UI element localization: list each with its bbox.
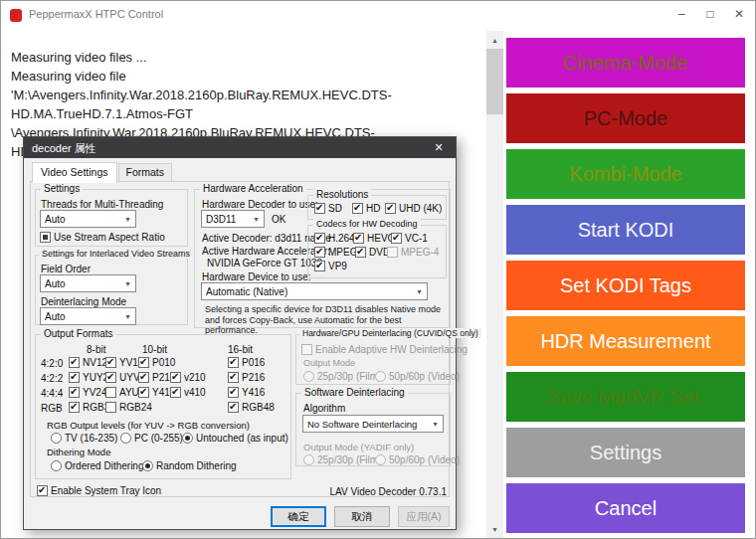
cinema-mode-button[interactable]: Cinema-Mode [506, 38, 745, 88]
deinterlacing-mode-select-value: Auto [41, 311, 120, 322]
scroll-down-icon[interactable]: ▼ [486, 521, 503, 537]
chevron-down-icon: ▾ [249, 215, 264, 224]
kombi-mode-button[interactable]: Kombi-Mode [506, 149, 745, 199]
close-button[interactable]: ✕ [726, 4, 752, 24]
row-label-420: 4:2:0 [41, 358, 63, 369]
checkbox-p216[interactable]: P216 [228, 372, 265, 383]
radio-circle [51, 460, 62, 471]
minimize-button[interactable]: – [668, 4, 694, 24]
radio-label: Random Dithering [156, 460, 237, 471]
tab-video-settings[interactable]: Video Settings [32, 162, 117, 183]
radio-tv-16-235[interactable]: TV (16-235) [51, 433, 117, 444]
radio-untouched[interactable]: Untouched (as input) [182, 433, 288, 444]
field-order-select[interactable]: Auto ▾ [40, 274, 136, 292]
settings-group-title: Settings [41, 183, 83, 194]
radio-ordered-dithering[interactable]: Ordered Dithering [51, 460, 143, 471]
tab-page-video-settings: Settings Threads for Multi-Threading Aut… [30, 181, 450, 497]
scrollbar-thumb[interactable] [486, 49, 503, 114]
system-tray-checkbox[interactable]: Enable System Tray Icon [37, 485, 161, 496]
checkbox-label: HD [366, 203, 380, 214]
checkbox-h264[interactable]: H.264 [314, 233, 355, 244]
chevron-down-icon: ▾ [120, 279, 135, 288]
tab-strip: Video Settings Formats [32, 162, 173, 183]
threads-select[interactable]: Auto ▾ [40, 210, 136, 228]
checkbox-label: MPEG-4 [401, 247, 439, 258]
checkbox-box [69, 357, 80, 368]
checkbox-box [170, 372, 181, 383]
save-madvr-button[interactable]: Save MadVR Set. [506, 372, 745, 422]
checkbox-hevc[interactable]: HEVC [353, 233, 395, 244]
checkbox-box [170, 387, 181, 398]
checkbox-yv24[interactable]: YV24 [69, 387, 106, 398]
apply-button: 应用(A) [398, 506, 450, 527]
checkbox-vp9[interactable]: VP9 [314, 261, 347, 271]
checkbox-label: YV24 [83, 387, 106, 398]
checkbox-dvd[interactable]: DVD [355, 247, 390, 258]
checkbox-box [391, 233, 402, 244]
decoder-properties-dialog: decoder 属性 ✕ Video Settings Formats Sett… [23, 136, 457, 530]
checkbox-rgb24[interactable]: RGB24 [105, 402, 152, 413]
checkbox-box [385, 203, 396, 214]
checkbox-label: VC-1 [405, 233, 428, 244]
checkbox-hd[interactable]: HD [352, 203, 380, 214]
chevron-down-icon: ▾ [120, 215, 135, 224]
vertical-scrollbar[interactable]: ▲ ▼ [486, 31, 503, 538]
checkbox-y416[interactable]: Y416 [228, 387, 265, 398]
checkbox-v210[interactable]: v210 [170, 372, 206, 383]
checkbox-uhd-4k[interactable]: UHD (4K) [385, 203, 442, 214]
radio-circle [375, 454, 386, 465]
scroll-up-icon[interactable]: ▲ [486, 32, 503, 48]
radio-label: Untouched (as input) [196, 433, 288, 444]
checkbox-nv12[interactable]: NV12 [69, 357, 107, 368]
pc-mode-button[interactable]: PC-Mode [506, 93, 745, 143]
hw-decoder-select[interactable]: D3D11 ▾ [201, 210, 265, 228]
checkbox-rgb48[interactable]: RGB48 [228, 402, 275, 413]
hdr-measurement-button[interactable]: HDR Measurement [506, 316, 745, 366]
checkbox-label: P216 [242, 372, 265, 383]
tab-formats[interactable]: Formats [118, 163, 173, 181]
start-kodi-button[interactable]: Start KODI [506, 205, 745, 255]
radio-circle [303, 454, 314, 465]
checkbox-sd[interactable]: SD [314, 203, 342, 214]
checkbox-label: Enable Adaptive HW Deinterlacing [315, 344, 468, 355]
cancel-button[interactable]: Cancel [506, 483, 745, 533]
settings-button[interactable]: Settings [506, 428, 745, 477]
column-header-16bit: 16-bit [228, 344, 253, 355]
checkbox-vc1[interactable]: VC-1 [391, 233, 428, 244]
ok-button[interactable]: 确定 [271, 506, 326, 527]
radio-label: 25p/30p (Film) [317, 454, 381, 465]
hw-accel-group-title: Hardware Acceleration [200, 183, 306, 194]
hw-device-label: Hardware Device to use: [202, 271, 311, 282]
dialog-cancel-button[interactable]: 取消 [334, 506, 390, 527]
checkbox-box [105, 387, 116, 398]
checkbox-box [105, 357, 116, 368]
field-order-label: Field Order [41, 264, 91, 274]
radio-label: 25p/30p (Film) [317, 371, 381, 382]
dialog-close-button[interactable]: ✕ [422, 137, 456, 158]
checkbox-label: NV12 [83, 357, 107, 368]
checkbox-v410[interactable]: v410 [170, 387, 206, 398]
sw-deint-select-value: No Software Deinterlacing [303, 419, 428, 430]
hw-device-select[interactable]: Automatic (Native) ▾ [201, 282, 428, 300]
threads-label: Threads for Multi-Threading [41, 199, 163, 210]
radio-circle [120, 433, 131, 444]
sw-deint-select[interactable]: No Software Deinterlacing ▾ [302, 415, 444, 433]
radio-pc-0-255[interactable]: PC (0-255) [120, 433, 183, 444]
algorithm-label: Algorithm [303, 403, 345, 414]
rgb-levels-label: RGB Output levels (for YUV -> RGB conver… [47, 420, 250, 431]
use-stream-aspect-ratio-checkbox[interactable]: Use Stream Aspect Ratio [40, 232, 165, 243]
checkbox-box [37, 485, 48, 496]
set-kodi-tags-button[interactable]: Set KODI Tags [506, 261, 745, 310]
row-label-rgb: RGB [41, 403, 63, 414]
checkbox-p016[interactable]: P016 [228, 357, 265, 368]
dithering-mode-label: Dithering Mode [47, 447, 110, 457]
decoder-version-text: LAV Video Decoder 0.73.1 [329, 486, 447, 497]
checkbox-p010[interactable]: P010 [138, 357, 175, 368]
dialog-titlebar[interactable]: decoder 属性 ✕ [24, 137, 456, 158]
maximize-button[interactable]: □ [697, 4, 723, 24]
deinterlacing-mode-select[interactable]: Auto ▾ [40, 307, 136, 325]
checkbox-yuy2[interactable]: YUY2 [69, 372, 108, 383]
radio-random-dithering[interactable]: Random Dithering [142, 460, 237, 471]
radio-circle [303, 371, 314, 382]
window-titlebar[interactable]: PeppermaxX HTPC Control – □ ✕ [1, 1, 755, 31]
